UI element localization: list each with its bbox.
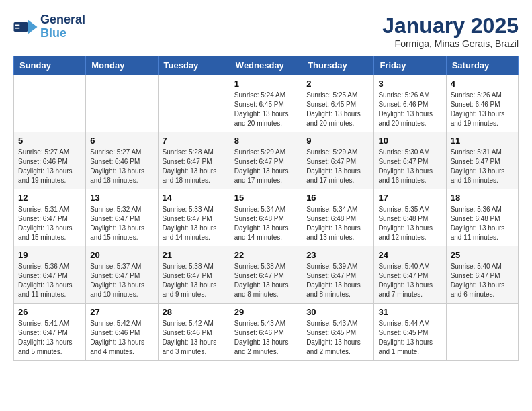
calendar-cell: 9Sunrise: 5:29 AM Sunset: 6:47 PM Daylig…	[302, 132, 374, 189]
weekday-header-tuesday: Tuesday	[158, 56, 230, 75]
day-number: 20	[90, 250, 153, 260]
day-number: 30	[306, 307, 369, 317]
calendar-cell: 30Sunrise: 5:43 AM Sunset: 6:45 PM Dayli…	[302, 304, 374, 361]
day-info: Sunrise: 5:40 AM Sunset: 6:47 PM Dayligh…	[451, 262, 514, 300]
day-number: 24	[378, 250, 441, 260]
calendar-cell: 26Sunrise: 5:41 AM Sunset: 6:47 PM Dayli…	[14, 304, 86, 361]
day-number: 6	[90, 136, 153, 146]
day-info: Sunrise: 5:27 AM Sunset: 6:46 PM Dayligh…	[18, 148, 81, 185]
svg-rect-3	[15, 28, 19, 29]
day-info: Sunrise: 5:33 AM Sunset: 6:47 PM Dayligh…	[163, 205, 226, 242]
calendar-cell: 20Sunrise: 5:37 AM Sunset: 6:47 PM Dayli…	[86, 246, 158, 304]
day-number: 4	[451, 79, 514, 89]
calendar-cell: 13Sunrise: 5:32 AM Sunset: 6:47 PM Dayli…	[86, 189, 158, 246]
calendar-week-4: 19Sunrise: 5:36 AM Sunset: 6:47 PM Dayli…	[14, 246, 519, 304]
calendar-cell: 6Sunrise: 5:27 AM Sunset: 6:46 PM Daylig…	[86, 132, 158, 189]
calendar-cell	[446, 304, 518, 361]
calendar-week-5: 26Sunrise: 5:41 AM Sunset: 6:47 PM Dayli…	[14, 304, 519, 361]
calendar-cell: 4Sunrise: 5:26 AM Sunset: 6:46 PM Daylig…	[446, 75, 518, 132]
day-info: Sunrise: 5:36 AM Sunset: 6:48 PM Dayligh…	[451, 205, 514, 242]
day-number: 17	[378, 193, 441, 203]
day-number: 2	[306, 79, 369, 89]
calendar-cell: 15Sunrise: 5:34 AM Sunset: 6:48 PM Dayli…	[230, 189, 302, 246]
calendar-cell: 18Sunrise: 5:36 AM Sunset: 6:48 PM Dayli…	[446, 189, 518, 246]
calendar-cell: 29Sunrise: 5:43 AM Sunset: 6:46 PM Dayli…	[230, 304, 302, 361]
weekday-header-monday: Monday	[86, 56, 158, 75]
day-info: Sunrise: 5:40 AM Sunset: 6:47 PM Dayligh…	[378, 262, 441, 300]
day-info: Sunrise: 5:44 AM Sunset: 6:45 PM Dayligh…	[378, 319, 441, 357]
day-info: Sunrise: 5:39 AM Sunset: 6:47 PM Dayligh…	[306, 262, 369, 300]
calendar-cell: 10Sunrise: 5:30 AM Sunset: 6:47 PM Dayli…	[374, 132, 446, 189]
calendar-cell: 11Sunrise: 5:31 AM Sunset: 6:47 PM Dayli…	[446, 132, 518, 189]
day-number: 12	[18, 193, 81, 203]
day-number: 23	[306, 250, 369, 260]
day-info: Sunrise: 5:38 AM Sunset: 6:47 PM Dayligh…	[163, 262, 226, 300]
logo-line2: Blue	[40, 26, 66, 40]
day-number: 26	[18, 307, 81, 317]
day-number: 22	[234, 250, 298, 260]
calendar-cell: 5Sunrise: 5:27 AM Sunset: 6:46 PM Daylig…	[14, 132, 86, 189]
calendar-table: SundayMondayTuesdayWednesdayThursdayFrid…	[13, 56, 519, 361]
day-number: 21	[163, 250, 226, 260]
day-number: 15	[234, 193, 298, 203]
day-info: Sunrise: 5:38 AM Sunset: 6:47 PM Dayligh…	[234, 262, 298, 300]
day-info: Sunrise: 5:31 AM Sunset: 6:47 PM Dayligh…	[451, 148, 514, 185]
day-info: Sunrise: 5:29 AM Sunset: 6:47 PM Dayligh…	[234, 148, 298, 185]
day-number: 8	[234, 136, 298, 146]
day-info: Sunrise: 5:34 AM Sunset: 6:48 PM Dayligh…	[234, 205, 298, 242]
day-info: Sunrise: 5:32 AM Sunset: 6:47 PM Dayligh…	[90, 205, 153, 242]
day-info: Sunrise: 5:31 AM Sunset: 6:47 PM Dayligh…	[18, 205, 81, 242]
calendar-cell: 8Sunrise: 5:29 AM Sunset: 6:47 PM Daylig…	[230, 132, 302, 189]
day-info: Sunrise: 5:24 AM Sunset: 6:45 PM Dayligh…	[234, 91, 298, 128]
weekday-header-sunday: Sunday	[14, 56, 86, 75]
calendar-header-row: SundayMondayTuesdayWednesdayThursdayFrid…	[14, 56, 519, 75]
calendar-cell: 1Sunrise: 5:24 AM Sunset: 6:45 PM Daylig…	[230, 75, 302, 132]
day-number: 3	[378, 79, 441, 89]
day-number: 11	[451, 136, 514, 146]
day-number: 25	[451, 250, 514, 260]
weekday-header-friday: Friday	[374, 56, 446, 75]
calendar-cell: 7Sunrise: 5:28 AM Sunset: 6:47 PM Daylig…	[158, 132, 230, 189]
day-info: Sunrise: 5:27 AM Sunset: 6:46 PM Dayligh…	[90, 148, 153, 185]
day-info: Sunrise: 5:37 AM Sunset: 6:47 PM Dayligh…	[90, 262, 153, 300]
logo-line1: General	[40, 13, 85, 27]
day-info: Sunrise: 5:42 AM Sunset: 6:46 PM Dayligh…	[163, 319, 226, 357]
calendar-cell: 14Sunrise: 5:33 AM Sunset: 6:47 PM Dayli…	[158, 189, 230, 246]
day-number: 18	[451, 193, 514, 203]
calendar-cell: 22Sunrise: 5:38 AM Sunset: 6:47 PM Dayli…	[230, 246, 302, 304]
day-number: 13	[90, 193, 153, 203]
day-info: Sunrise: 5:26 AM Sunset: 6:46 PM Dayligh…	[378, 91, 441, 128]
calendar-cell: 28Sunrise: 5:42 AM Sunset: 6:46 PM Dayli…	[158, 304, 230, 361]
calendar-week-3: 12Sunrise: 5:31 AM Sunset: 6:47 PM Dayli…	[14, 189, 519, 246]
calendar-week-1: 1Sunrise: 5:24 AM Sunset: 6:45 PM Daylig…	[14, 75, 519, 132]
day-info: Sunrise: 5:35 AM Sunset: 6:48 PM Dayligh…	[378, 205, 441, 242]
day-number: 14	[163, 193, 226, 203]
day-info: Sunrise: 5:34 AM Sunset: 6:48 PM Dayligh…	[306, 205, 369, 242]
day-info: Sunrise: 5:25 AM Sunset: 6:45 PM Dayligh…	[306, 91, 369, 128]
day-number: 19	[18, 250, 81, 260]
day-info: Sunrise: 5:43 AM Sunset: 6:46 PM Dayligh…	[234, 319, 298, 357]
day-number: 10	[378, 136, 441, 146]
calendar-cell: 12Sunrise: 5:31 AM Sunset: 6:47 PM Dayli…	[14, 189, 86, 246]
day-number: 16	[306, 193, 369, 203]
page-header: General Blue January 2025 Formiga, Minas…	[13, 13, 519, 49]
calendar-cell: 3Sunrise: 5:26 AM Sunset: 6:46 PM Daylig…	[374, 75, 446, 132]
day-info: Sunrise: 5:41 AM Sunset: 6:47 PM Dayligh…	[18, 319, 81, 357]
calendar-cell: 17Sunrise: 5:35 AM Sunset: 6:48 PM Dayli…	[374, 189, 446, 246]
logo-icon	[13, 17, 38, 36]
day-number: 31	[378, 307, 441, 317]
month-title: January 2025	[382, 13, 519, 38]
day-info: Sunrise: 5:30 AM Sunset: 6:47 PM Dayligh…	[378, 148, 441, 185]
calendar-cell: 24Sunrise: 5:40 AM Sunset: 6:47 PM Dayli…	[374, 246, 446, 304]
day-info: Sunrise: 5:26 AM Sunset: 6:46 PM Dayligh…	[451, 91, 514, 128]
calendar-cell: 19Sunrise: 5:36 AM Sunset: 6:47 PM Dayli…	[14, 246, 86, 304]
day-number: 9	[306, 136, 369, 146]
day-number: 7	[163, 136, 226, 146]
calendar-week-2: 5Sunrise: 5:27 AM Sunset: 6:46 PM Daylig…	[14, 132, 519, 189]
svg-marker-1	[28, 19, 38, 34]
logo-text: General Blue	[40, 13, 85, 40]
calendar-cell: 27Sunrise: 5:42 AM Sunset: 6:46 PM Dayli…	[86, 304, 158, 361]
svg-rect-0	[14, 22, 28, 32]
location-subtitle: Formiga, Minas Gerais, Brazil	[382, 38, 519, 49]
weekday-header-wednesday: Wednesday	[230, 56, 302, 75]
